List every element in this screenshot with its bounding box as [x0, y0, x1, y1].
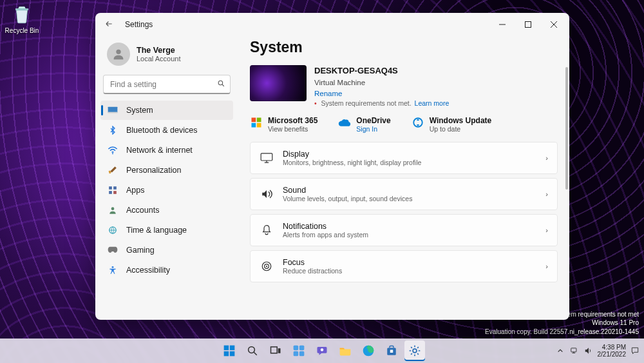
card-notifications[interactable]: Notifications Alerts from apps and syste… — [250, 214, 558, 246]
service-onedrive[interactable]: OneDrive Sign In — [338, 116, 390, 133]
search-input[interactable] — [103, 75, 231, 94]
svg-rect-9 — [113, 191, 117, 194]
bell-icon — [260, 224, 274, 236]
nav-personalization[interactable]: Personalization — [100, 161, 233, 180]
scrollbar-thumb[interactable] — [565, 67, 568, 190]
taskbar-search[interactable] — [242, 340, 263, 361]
titlebar: Settings — [95, 13, 569, 36]
svg-rect-22 — [224, 346, 229, 351]
nav-accounts[interactable]: Accounts — [100, 201, 233, 220]
svg-point-33 — [321, 348, 324, 351]
nav-time[interactable]: Time & language — [100, 221, 233, 240]
settings-taskbar[interactable] — [404, 340, 425, 361]
search-icon — [247, 345, 258, 357]
settings-window: Settings The Verge Local Account — [95, 13, 569, 320]
profile-name: The Verge — [137, 46, 181, 55]
nav-accessibility[interactable]: Accessibility — [100, 260, 233, 280]
nav-label: Gaming — [126, 246, 155, 255]
close-icon — [551, 21, 557, 28]
recycle-bin[interactable]: Recycle Bin — [4, 4, 40, 34]
desktop-preview-thumb — [250, 65, 307, 101]
gamepad-icon — [107, 246, 118, 254]
nav-label: Network & internet — [126, 146, 193, 155]
maximize-button[interactable] — [515, 15, 541, 34]
tray-network-icon[interactable] — [569, 346, 580, 356]
minimize-button[interactable] — [489, 15, 515, 34]
device-type: Virtual Machine — [314, 77, 449, 88]
chevron-right-icon: › — [545, 226, 548, 234]
wifi-icon — [107, 146, 118, 155]
store-icon — [386, 345, 397, 357]
content-pane: System DESKTOP-GESAQ4S Virtual Machine R… — [238, 36, 569, 320]
taskbar-center — [219, 340, 425, 361]
nav-apps[interactable]: Apps — [100, 181, 233, 200]
file-explorer[interactable] — [335, 340, 355, 361]
back-button[interactable] — [104, 19, 120, 30]
scrollbar[interactable] — [565, 67, 568, 313]
learn-more-link[interactable]: Learn more — [415, 99, 450, 107]
svg-rect-32 — [299, 351, 305, 357]
widgets-icon — [292, 344, 305, 357]
card-sound[interactable]: Sound Volume levels, output, input, soun… — [250, 178, 558, 210]
page-title: System — [250, 39, 558, 56]
service-m365[interactable]: Microsoft 365 View benefits — [250, 116, 317, 133]
apps-icon — [107, 186, 118, 195]
profile-sub: Local Account — [137, 55, 181, 63]
edge[interactable] — [358, 340, 379, 361]
service-windows-update[interactable]: Windows Update Up to date — [412, 116, 492, 133]
window-title: Settings — [125, 20, 153, 29]
brush-icon — [107, 166, 118, 175]
tray-clock[interactable]: 4:38 PM 2/21/2022 — [598, 344, 627, 358]
nav-bluetooth[interactable]: Bluetooth & devices — [100, 121, 233, 140]
folder-icon — [339, 346, 352, 356]
svg-rect-6 — [109, 186, 112, 190]
tray-notifications-icon[interactable] — [630, 346, 640, 356]
recycle-bin-icon — [11, 4, 33, 26]
search-icon — [217, 79, 225, 90]
svg-rect-25 — [230, 351, 235, 357]
profile[interactable]: The Verge Local Account — [100, 39, 233, 74]
nav-label: Apps — [126, 186, 145, 195]
chevron-right-icon: › — [545, 190, 548, 198]
sound-icon — [260, 189, 274, 199]
windows-logo-icon — [223, 344, 236, 357]
tray-volume-icon[interactable] — [583, 346, 594, 356]
close-button[interactable] — [541, 15, 567, 34]
nav-network[interactable]: Network & internet — [100, 141, 233, 160]
rename-link[interactable]: Rename — [314, 88, 449, 99]
nav-label: System — [126, 106, 153, 115]
onedrive-icon — [338, 116, 351, 129]
svg-rect-18 — [261, 153, 272, 161]
chevron-right-icon: › — [545, 154, 548, 162]
chat[interactable] — [312, 340, 332, 361]
card-display[interactable]: Display Monitors, brightness, night ligh… — [250, 142, 558, 174]
nav-gaming[interactable]: Gaming — [100, 240, 233, 260]
start-button[interactable] — [219, 340, 240, 361]
focus-icon — [260, 260, 274, 272]
taskbar: 4:38 PM 2/21/2022 — [0, 338, 644, 363]
svg-rect-13 — [252, 118, 256, 123]
gear-icon — [408, 344, 421, 357]
task-view[interactable] — [265, 340, 286, 361]
microsoft-store[interactable] — [381, 340, 402, 361]
svg-point-10 — [111, 207, 115, 210]
svg-point-5 — [112, 153, 113, 154]
svg-rect-30 — [299, 346, 305, 351]
widgets[interactable] — [289, 340, 309, 361]
nav-system[interactable]: System — [100, 101, 233, 120]
display-icon — [260, 153, 274, 163]
avatar — [107, 43, 130, 66]
svg-point-21 — [266, 266, 267, 267]
nav-label: Personalization — [126, 166, 181, 175]
card-focus[interactable]: Focus Reduce distractions › — [250, 250, 558, 282]
svg-point-26 — [249, 347, 255, 353]
search-box — [103, 75, 231, 94]
chevron-right-icon: › — [545, 262, 548, 270]
minimize-icon — [499, 21, 506, 28]
accounts-icon — [107, 206, 118, 215]
tray-chevron-up-icon[interactable] — [555, 346, 565, 356]
svg-rect-4 — [108, 112, 118, 113]
maximize-icon — [525, 21, 531, 28]
svg-point-36 — [413, 349, 417, 353]
nav-list: System Bluetooth & devices Network & int… — [100, 101, 233, 280]
